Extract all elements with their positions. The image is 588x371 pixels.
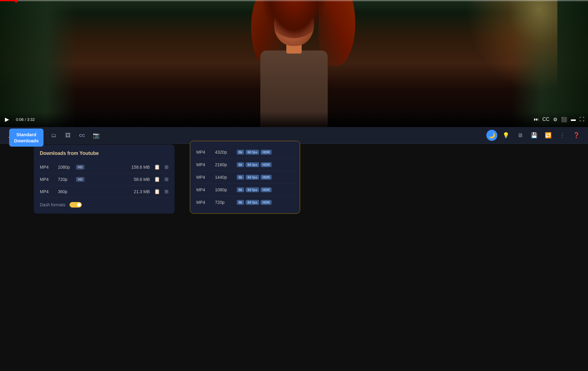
dl-size-1: 158.6 MB — [131, 165, 150, 170]
folder-icon[interactable]: 🗂 — [48, 130, 59, 141]
badge-8k-2: 8k — [237, 162, 244, 167]
prem-quality-4: 1080p — [215, 187, 232, 192]
downloads-panel: Downloads from Youtube MP4 1080p HD 158.… — [34, 144, 175, 214]
dl-format-1: MP4 — [40, 165, 54, 170]
dash-label: Dash formats — [40, 202, 65, 207]
badge-8k-4: 8k — [237, 187, 244, 192]
person-subject — [248, 11, 340, 127]
dash-formats-row: Dash formats — [40, 198, 168, 208]
settings-icon[interactable]: ⚙ — [553, 117, 557, 122]
badge-hdr-1: HDR — [261, 150, 272, 155]
premium-row-1440p: MP4 1440p 8k 60 fps HDR — [196, 171, 294, 184]
play-button[interactable]: ▶ — [4, 115, 10, 124]
video-controls: ▶ 0:06 / 3:32 ⏭ CC ⚙ ⬛ ▬ ⛶ — [0, 112, 588, 127]
dl-qr-icon-1[interactable]: ⊞ — [164, 164, 168, 170]
miniplayer-icon[interactable]: ⬛ — [561, 117, 567, 122]
progress-bar[interactable] — [0, 0, 588, 1]
downloads-panel-title: Downloads from Youtube — [40, 151, 168, 156]
dl-size-2: 58.6 MB — [134, 177, 150, 182]
premium-panel: MP4 4320p 8k 60 fps HDR MP4 2160p 8k 60 … — [190, 141, 300, 214]
prem-format-5: MP4 — [196, 200, 210, 205]
bulb-icon[interactable]: 💡 — [500, 130, 511, 141]
download-row-1080p: MP4 1080p HD 158.6 MB 📋 ⊞ — [40, 161, 168, 173]
camera-icon[interactable]: 📷 — [91, 130, 102, 141]
cc-icon[interactable]: CC — [77, 130, 88, 141]
download-row-720p: MP4 720p HD 58.6 MB 📋 ⊞ — [40, 173, 168, 186]
badge-60fps-3: 60 fps — [246, 175, 259, 180]
dash-toggle-dot — [77, 203, 81, 207]
save-icon[interactable]: 💾 — [529, 130, 540, 141]
badge-60fps-4: 60 fps — [246, 187, 259, 192]
dl-quality-1: 1080p — [58, 165, 72, 170]
prem-format-1: MP4 — [196, 150, 210, 155]
dl-qr-icon-2[interactable]: ⊞ — [164, 176, 168, 182]
download-row-360p: MP4 360p 21.3 MB 📋 ⊞ — [40, 186, 168, 198]
theater-icon[interactable]: ▬ — [571, 117, 576, 122]
prem-format-3: MP4 — [196, 175, 210, 180]
dl-format-3: MP4 — [40, 189, 54, 194]
dl-badge-hd-2: HD — [76, 177, 85, 182]
prem-quality-5: 720p — [215, 200, 232, 205]
prem-badges-5: 8k 60 fps HDR — [237, 200, 272, 205]
premium-row-2160p: MP4 2160p 8k 60 fps HDR — [196, 159, 294, 171]
moon-icon[interactable]: 🌙 — [486, 130, 497, 141]
monitor-icon[interactable]: 🖥 — [514, 130, 526, 141]
prem-badges-4: 8k 60 fps HDR — [237, 187, 272, 192]
subtitles-icon[interactable]: CC — [542, 117, 549, 122]
dl-size-3: 21.3 MB — [134, 189, 150, 194]
help-icon[interactable]: ❓ — [571, 130, 582, 141]
prem-quality-3: 1440p — [215, 175, 232, 180]
repeat-icon[interactable]: 🔁 — [543, 130, 554, 141]
dl-quality-3: 360p — [58, 189, 72, 194]
prem-format-4: MP4 — [196, 187, 210, 192]
image-icon[interactable]: 🖼 — [62, 130, 74, 141]
more-icon[interactable]: ⋮ — [557, 130, 568, 141]
dl-format-2: MP4 — [40, 177, 54, 182]
prem-quality-1: 4320p — [215, 150, 232, 155]
badge-hdr-5: HDR — [261, 200, 272, 205]
progress-fill — [0, 0, 17, 1]
trees-left — [0, 0, 77, 127]
dl-badge-hd-1: HD — [76, 165, 85, 170]
badge-8k-5: 8k — [237, 200, 244, 205]
trees-right — [511, 0, 588, 127]
badge-60fps-1: 60 fps — [246, 150, 259, 155]
fullscreen-icon[interactable]: ⛶ — [579, 117, 584, 122]
prem-badges-1: 8k 60 fps HDR — [237, 150, 272, 155]
prem-badges-2: 8k 60 fps HDR — [237, 162, 272, 167]
autoplay-icon[interactable]: ⏭ — [534, 117, 539, 122]
badge-8k-3: 8k — [237, 175, 244, 180]
badge-hdr-2: HDR — [261, 162, 272, 167]
dl-qr-icon-3[interactable]: ⊞ — [164, 189, 168, 194]
video-player: ▶ 0:06 / 3:32 ⏭ CC ⚙ ⬛ ▬ ⛶ — [0, 0, 588, 127]
standard-downloads-tooltip: StandardDownloads — [9, 129, 43, 147]
premium-row-4320p: MP4 4320p 8k 60 fps HDR — [196, 146, 294, 159]
prem-badges-3: 8k 60 fps HDR — [237, 175, 272, 180]
badge-hdr-3: HDR — [261, 175, 272, 180]
dl-quality-2: 720p — [58, 177, 72, 182]
video-background — [0, 0, 588, 127]
prem-format-2: MP4 — [196, 162, 210, 167]
badge-60fps-2: 60 fps — [246, 162, 259, 167]
dash-toggle[interactable] — [70, 202, 82, 208]
toolbar-right: 🌙 💡 🖥 💾 🔁 ⋮ ❓ — [486, 130, 582, 141]
badge-hdr-4: HDR — [261, 187, 272, 192]
prem-quality-2: 2160p — [215, 162, 232, 167]
premium-row-720p: MP4 720p 8k 60 fps HDR — [196, 196, 294, 208]
badge-8k-1: 8k — [237, 150, 244, 155]
controls-right: ⏭ CC ⚙ ⬛ ▬ ⛶ — [534, 117, 584, 122]
main-content: Downloads from Youtube MP4 1080p HD 158.… — [0, 144, 588, 371]
badge-60fps-5: 60 fps — [246, 200, 259, 205]
dl-copy-icon-3[interactable]: 📋 — [154, 189, 160, 194]
premium-row-1080p: MP4 1080p 8k 60 fps HDR — [196, 184, 294, 196]
dl-copy-icon-1[interactable]: 📋 — [154, 164, 160, 170]
time-display: 0:06 / 3:32 — [16, 117, 35, 122]
dl-copy-icon-2[interactable]: 📋 — [154, 176, 160, 182]
